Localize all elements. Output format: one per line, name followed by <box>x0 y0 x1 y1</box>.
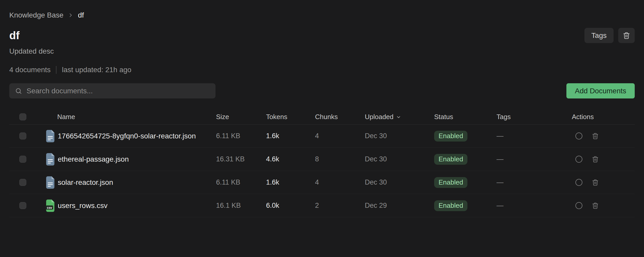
document-tokens: 6.0k <box>266 202 315 210</box>
document-uploaded: Dec 30 <box>365 132 434 140</box>
document-uploaded: Dec 30 <box>365 155 434 163</box>
csv-file-icon <box>45 200 55 212</box>
search-icon <box>15 87 22 95</box>
row-checkbox[interactable] <box>19 132 26 139</box>
column-header-size[interactable]: Size <box>216 113 266 121</box>
json-file-icon <box>45 153 55 165</box>
delete-knowledge-base-button[interactable] <box>618 28 635 43</box>
column-header-status[interactable]: Status <box>434 113 497 121</box>
document-tokens: 1.6k <box>266 178 315 186</box>
toggle-status-circle-icon[interactable] <box>575 179 582 186</box>
kb-meta: 4 documents last updated: 21h ago <box>9 65 635 74</box>
document-chunks: 8 <box>315 155 365 163</box>
delete-document-button[interactable] <box>592 179 599 186</box>
meta-divider <box>56 66 56 74</box>
knowledge-base-page: Knowledge Base df df Tags Updated desc 4… <box>0 0 644 257</box>
toggle-status-circle-icon[interactable] <box>575 132 582 139</box>
row-checkbox[interactable] <box>19 179 26 186</box>
document-name[interactable]: ethereal-passage.json <box>58 155 129 163</box>
toggle-status-circle-icon[interactable] <box>575 156 582 163</box>
delete-document-button[interactable] <box>592 132 599 140</box>
tags-button[interactable]: Tags <box>584 28 614 43</box>
document-name[interactable]: 1766542654725-8ygfqn0-solar-reactor.json <box>58 132 196 140</box>
table-row: 1766542654725-8ygfqn0-solar-reactor.json… <box>9 125 635 148</box>
document-chunks: 4 <box>315 178 365 186</box>
document-size: 6.11 KB <box>216 132 266 140</box>
status-badge: Enabled <box>434 177 467 188</box>
document-chunks: 4 <box>315 132 365 140</box>
delete-document-button[interactable] <box>592 156 599 163</box>
page-title: df <box>9 30 20 41</box>
json-file-icon <box>45 130 55 142</box>
document-size: 16.31 KB <box>216 155 266 163</box>
document-tokens: 1.6k <box>266 132 315 140</box>
status-badge: Enabled <box>434 154 467 165</box>
title-actions: Tags <box>584 28 635 43</box>
status-badge: Enabled <box>434 131 467 142</box>
search-input[interactable] <box>26 87 210 95</box>
trash-icon <box>623 32 630 39</box>
last-updated: last updated: 21h ago <box>62 66 131 74</box>
title-row: df Tags <box>9 28 635 43</box>
row-checkbox[interactable] <box>19 156 26 163</box>
kb-description: Updated desc <box>9 47 635 56</box>
table-body: 1766542654725-8ygfqn0-solar-reactor.json… <box>9 125 635 217</box>
column-header-uploaded[interactable]: Uploaded <box>365 113 434 121</box>
table-header: Name Size Tokens Chunks Uploaded Status … <box>9 110 635 125</box>
document-uploaded: Dec 30 <box>365 178 434 186</box>
column-header-name[interactable]: Name <box>45 113 216 121</box>
search-box[interactable] <box>9 83 216 98</box>
document-chunks: 2 <box>315 202 365 210</box>
json-file-icon <box>45 176 55 189</box>
document-tokens: 4.6k <box>266 155 315 163</box>
trash-icon <box>592 132 599 140</box>
breadcrumb-knowledge-base-link[interactable]: Knowledge Base <box>9 11 63 19</box>
document-tags: — <box>497 178 572 186</box>
document-name[interactable]: solar-reactor.json <box>58 178 113 187</box>
document-size: 16.1 KB <box>216 202 266 210</box>
document-uploaded: Dec 29 <box>365 202 434 210</box>
trash-icon <box>592 202 599 209</box>
column-header-tags[interactable]: Tags <box>497 113 572 121</box>
column-header-actions: Actions <box>572 113 635 121</box>
document-tags: — <box>497 155 572 163</box>
delete-document-button[interactable] <box>592 202 599 209</box>
table-row: users_rows.csv 16.1 KB 6.0k 2 Dec 29 Ena… <box>9 194 635 217</box>
table-row: ethereal-passage.json 16.31 KB 4.6k 8 De… <box>9 148 635 171</box>
document-tags: — <box>497 202 572 210</box>
breadcrumb-current: df <box>78 11 84 19</box>
document-name[interactable]: users_rows.csv <box>58 202 108 210</box>
document-size: 6.11 KB <box>216 178 266 186</box>
toggle-status-circle-icon[interactable] <box>575 202 582 209</box>
document-count: 4 documents <box>9 66 51 74</box>
toolbar: Add Documents <box>9 83 635 98</box>
trash-icon <box>592 156 599 163</box>
uploaded-header-label: Uploaded <box>365 113 393 121</box>
row-checkbox[interactable] <box>19 202 26 209</box>
select-all-checkbox[interactable] <box>19 113 26 120</box>
sort-chevron-down-icon <box>396 114 401 120</box>
breadcrumb: Knowledge Base df <box>9 0 635 20</box>
column-header-tokens[interactable]: Tokens <box>266 113 315 121</box>
chevron-right-icon <box>68 12 73 18</box>
add-documents-button[interactable]: Add Documents <box>566 83 635 98</box>
table-row: solar-reactor.json 6.11 KB 1.6k 4 Dec 30… <box>9 171 635 194</box>
trash-icon <box>592 179 599 186</box>
column-header-chunks[interactable]: Chunks <box>315 113 365 121</box>
status-badge: Enabled <box>434 200 467 211</box>
document-tags: — <box>497 132 572 140</box>
